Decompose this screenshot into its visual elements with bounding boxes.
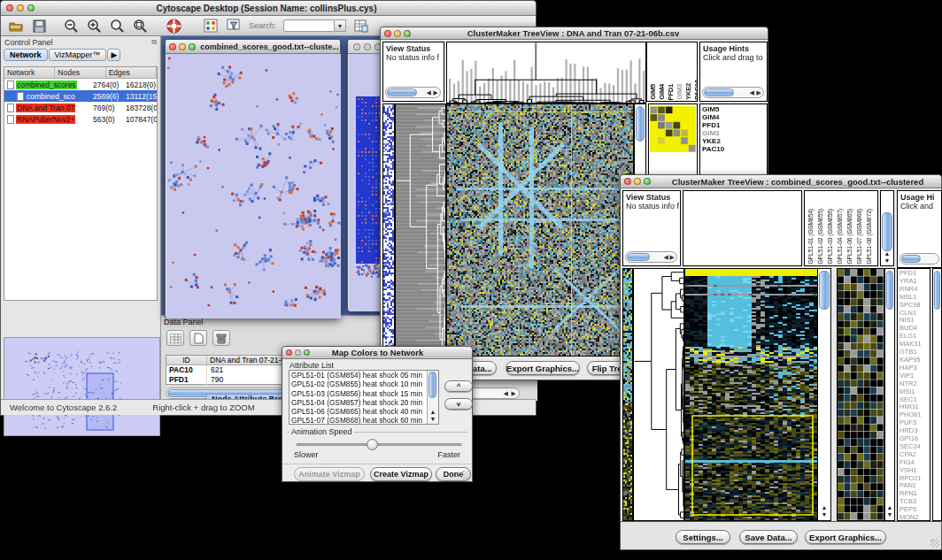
tv1-row-dendrogram[interactable] <box>395 104 446 357</box>
minimize-button[interactable] <box>17 4 24 12</box>
tab-vizmapper[interactable]: VizMapper™ <box>49 49 107 61</box>
main-titlebar[interactable]: Cytoscape Desktop (Session Name: collins… <box>1 1 536 16</box>
network-column-header[interactable]: Nodes <box>55 67 105 78</box>
tv2-column-label[interactable]: GPL51-01 (GSM854) <box>807 209 815 265</box>
network-table-row[interactable]: RNAPuberNov2+ 563(0) 107847(0) <box>4 113 157 125</box>
tv2-column-label[interactable]: GPL51-08 (GSM872) <box>865 209 873 265</box>
close-button[interactable] <box>353 43 360 50</box>
create-vizmap-button[interactable]: Create Vizmap <box>370 467 432 481</box>
dialog-titlebar[interactable]: Map Colors to Network <box>282 347 472 359</box>
attribute-item[interactable]: GPL51-04 (GSM857) heat shock 20 min <box>290 398 427 407</box>
tv2-zoom-vscrollbar[interactable]: ▲▼ <box>884 268 895 521</box>
tv2-zoom-heatmap[interactable] <box>837 268 884 521</box>
tv2-usage-scroll-pill[interactable] <box>901 255 921 263</box>
tv1-status-hscrollbar[interactable]: ◀▶ <box>385 87 441 98</box>
tv1-column-label[interactable]: YKE2 <box>684 83 692 100</box>
tab-network[interactable]: Network <box>4 49 48 61</box>
tabs-overflow-arrow[interactable]: ▶ <box>107 49 120 61</box>
attribute-table-icon[interactable] <box>353 18 369 34</box>
slider-handle[interactable] <box>367 439 378 450</box>
move-down-button[interactable]: v <box>444 398 473 410</box>
id-column-header[interactable]: ID <box>166 356 207 364</box>
tv1-column-label[interactable]: PFD1 <box>667 84 675 100</box>
close-button[interactable] <box>6 4 13 12</box>
tv2-heatmap[interactable] <box>684 268 819 521</box>
tv2-column-label[interactable]: GPL51-04 (GSM857) <box>836 209 844 265</box>
search-dropdown-arrow[interactable]: ▼ <box>335 19 346 32</box>
close-button[interactable] <box>286 349 292 356</box>
network-column-header[interactable]: Edges <box>106 67 157 78</box>
zoom-button[interactable] <box>27 4 35 12</box>
search-input[interactable] <box>283 19 335 32</box>
tv2-settings-button[interactable]: Settings... <box>676 530 730 544</box>
tv2-heatmap-vscrollbar[interactable]: ▲▼ <box>817 268 831 521</box>
attribute-grid-icon[interactable] <box>166 330 184 346</box>
annotation-filter-icon[interactable] <box>226 18 242 34</box>
tv2-save-data-button[interactable]: Save Data... <box>739 530 798 544</box>
trash-icon[interactable] <box>212 330 230 346</box>
network-table-header[interactable]: NetworkNodesEdges <box>4 67 157 79</box>
zoom-in-icon[interactable] <box>86 18 102 34</box>
minimize-button[interactable] <box>295 349 301 356</box>
tv1-heatmap[interactable] <box>446 104 634 357</box>
zoom-fit-icon[interactable] <box>109 18 125 34</box>
minimize-button[interactable] <box>394 30 401 37</box>
minimize-button[interactable] <box>634 178 641 185</box>
zoom-button[interactable] <box>644 178 651 185</box>
tv2-global-thumbnail-strip[interactable] <box>622 268 633 521</box>
zoom-button[interactable] <box>189 43 196 50</box>
help-lifesaver-icon[interactable] <box>166 18 181 34</box>
attribute-item[interactable]: GPL51-07 (GSM868) heat shock 60 min <box>290 416 427 425</box>
tv2-row-dendrogram[interactable] <box>633 268 684 521</box>
attribute-item[interactable]: GPL51-06 (GSM865) heat shock 40 min <box>290 407 427 416</box>
tv1-gene-label[interactable]: PFD1 <box>702 121 767 129</box>
open-folder-icon[interactable] <box>8 18 24 34</box>
tv1-gene-label[interactable]: GIM3 <box>702 129 767 137</box>
tv2-column-label[interactable]: GPL51-06 (GSM865) <box>845 209 853 265</box>
tv1-usage-hscrollbar[interactable]: ◀▶ <box>702 87 764 98</box>
tv2-gene-label[interactable]: MON2 <box>900 514 930 521</box>
attribute-list-vscrollbar[interactable]: ▲▼ <box>427 371 438 424</box>
tv1-zoom-matrix[interactable] <box>650 106 696 152</box>
network-table-row[interactable]: combined_scores 2764(0) 16218(0) <box>4 79 157 90</box>
tv1-gene-label[interactable]: YKE2 <box>702 137 767 145</box>
tv2-genelist-scroll-pill[interactable] <box>934 271 940 310</box>
resize-grip[interactable] <box>461 471 470 479</box>
network-column-header[interactable]: Network <box>4 67 55 78</box>
zoom-button[interactable] <box>304 349 310 356</box>
tv1-gene-label[interactable]: GIM5 <box>702 105 767 113</box>
float-panel-icon[interactable]: ⧉ <box>151 38 157 47</box>
network-window-1-titlebar[interactable]: combined_scores_good.txt--cluste... <box>166 40 340 54</box>
animation-speed-slider[interactable] <box>296 443 462 446</box>
attribute-list-scroll-pill[interactable] <box>429 372 436 398</box>
network-view-canvas-1[interactable] <box>166 54 341 318</box>
close-button[interactable] <box>624 178 631 185</box>
minimize-button[interactable] <box>364 43 371 50</box>
vizmapper-icon[interactable] <box>203 18 219 34</box>
tv2-column-label[interactable]: GPL51-03 (GSM856) <box>826 209 834 265</box>
zoom-button[interactable] <box>404 30 411 37</box>
tv2-zoom-scroll-pill[interactable] <box>886 271 893 310</box>
tv2-export-graphics-button[interactable]: Export Graphics... <box>805 530 886 544</box>
tv1-gene-label[interactable]: PAC10 <box>702 145 767 153</box>
tv2-column-label[interactable]: GPL51-02 (GSM855) <box>816 209 824 265</box>
tv1-global-thumbnail-strip[interactable] <box>382 104 395 357</box>
tv2-status-scroll-pill[interactable] <box>627 253 650 261</box>
tv2-heatmap-scroll-pill[interactable] <box>819 271 830 310</box>
tv1-usage-scroll-pill[interactable] <box>704 88 734 96</box>
animate-vizmap-button[interactable]: Animate Vizmap <box>294 467 365 481</box>
zoom-selected-icon[interactable] <box>132 18 148 34</box>
tv2-genelist-vscrollbar[interactable] <box>932 268 942 521</box>
treeview2-titlebar[interactable]: ClusterMaker TreeView : combined_scores_… <box>621 175 941 188</box>
attribute-item[interactable]: GPL51-01 (GSM854) heat shock 05 min <box>290 371 427 380</box>
tv1-heatmap-scroll-pill[interactable] <box>636 106 645 142</box>
resize-grip[interactable] <box>930 539 939 548</box>
tv1-column-dendrogram[interactable] <box>446 42 646 104</box>
tv2-column-dendrogram-area[interactable] <box>683 190 802 266</box>
birdseye-view[interactable] <box>4 337 160 436</box>
zoom-out-icon[interactable] <box>63 18 79 34</box>
attribute-item[interactable]: GPL51-02 (GSM855) heat shock 10 min <box>290 380 427 388</box>
tv1-column-label[interactable]: PAC10 <box>693 80 698 100</box>
tv1-status-scroll-pill[interactable] <box>387 88 417 96</box>
tv1-column-label[interactable]: GIM4 <box>658 84 666 100</box>
